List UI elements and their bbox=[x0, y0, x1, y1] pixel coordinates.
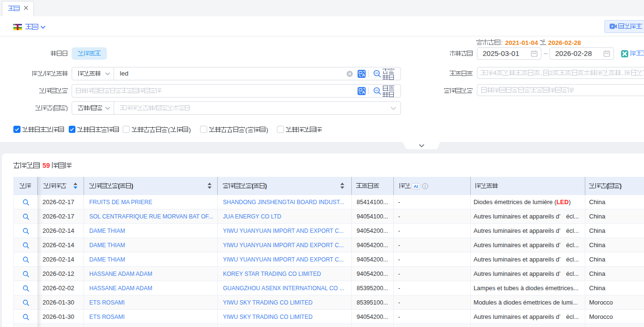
svg-text:A: A bbox=[362, 73, 365, 77]
svg-text:A: A bbox=[362, 90, 365, 95]
